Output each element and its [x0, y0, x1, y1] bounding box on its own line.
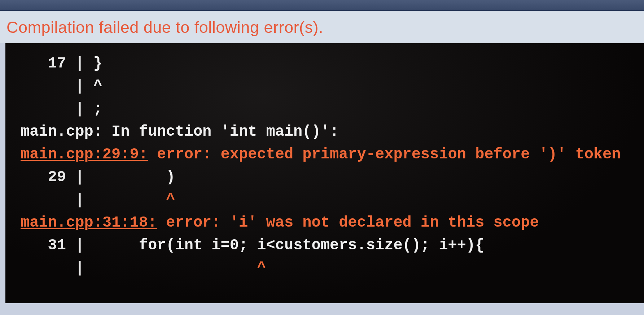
caret-marker: ^ — [84, 259, 266, 277]
line-number: 17 — [21, 55, 75, 72]
gutter-pipe: | — [75, 100, 84, 118]
fixit-line: | ; — [5, 98, 644, 121]
error-label: error: — [157, 214, 230, 231]
caret-line-31: | ^ — [5, 257, 644, 280]
caret-marker: ^ — [84, 78, 102, 95]
error-message: expected primary-expression before ')' t… — [221, 146, 621, 163]
code-line-31: 31 | for(int i=0; i<customers.size(); i+… — [5, 234, 644, 257]
error-message-line-31: main.cpp:31:18: error: 'i' was not decla… — [5, 211, 644, 234]
context-line: main.cpp: In function 'int main()': — [5, 121, 644, 143]
code-line-17: 17 | } — [5, 52, 644, 75]
code-text: ) — [84, 169, 175, 186]
gutter-pipe: | — [75, 78, 84, 95]
caret-line: | ^ — [5, 75, 644, 98]
fixit-text: ; — [84, 100, 102, 118]
padding — [21, 191, 75, 209]
gutter-pipe: | — [75, 259, 84, 277]
gutter-pipe: | — [75, 169, 84, 186]
padding — [21, 100, 75, 118]
compilation-error-title: Compilation failed due to following erro… — [6, 18, 638, 37]
gutter-pipe: | — [75, 237, 84, 254]
line-number: 29 — [21, 169, 75, 186]
file-location-link[interactable]: main.cpp:31:18: — [21, 214, 157, 231]
gutter-pipe: | — [75, 55, 84, 72]
line-number: 31 — [21, 237, 75, 254]
padding — [21, 78, 75, 95]
code-line-29: 29 | ) — [5, 166, 644, 189]
function-context: main.cpp: In function 'int main()': — [21, 123, 339, 140]
code-text: } — [84, 55, 102, 72]
file-location-link[interactable]: main.cpp:29:9: — [21, 146, 148, 163]
gutter-pipe: | — [75, 191, 84, 209]
caret-line-29: | ^ — [5, 189, 644, 211]
window-titlebar — [0, 0, 644, 11]
padding — [21, 259, 75, 277]
error-label: error: — [148, 146, 221, 163]
error-message-line-29: main.cpp:29:9: error: expected primary-e… — [5, 143, 644, 166]
error-header-area: Compilation failed due to following erro… — [0, 11, 644, 43]
error-message: 'i' was not declared in this scope — [230, 214, 539, 231]
caret-marker: ^ — [84, 191, 175, 209]
code-text: for(int i=0; i<customers.size(); i++){ — [84, 237, 484, 254]
compiler-output-terminal[interactable]: 17 | } | ^ | ; main.cpp: In function 'in… — [5, 43, 644, 303]
